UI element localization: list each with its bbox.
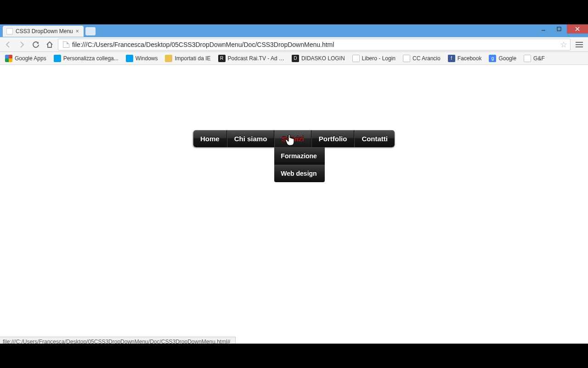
new-tab-button[interactable] (85, 27, 96, 35)
nav-link[interactable]: Home (193, 130, 227, 147)
bookmark-icon (126, 55, 133, 62)
bookmark-label: CC Arancio (413, 55, 441, 62)
letterbox-top (0, 0, 588, 24)
bookmark-icon (54, 55, 61, 62)
minimize-button[interactable] (536, 24, 551, 34)
bookmark-label: Windows (136, 55, 158, 62)
bookmark-item[interactable]: Personalizza collega... (51, 54, 122, 63)
submenu-link[interactable]: Web design (274, 165, 325, 182)
maximize-button[interactable] (551, 24, 567, 34)
bookmark-label: G&F (533, 55, 545, 62)
submenu-item: Formazione (274, 147, 325, 165)
page-icon (403, 55, 410, 62)
bookmark-item[interactable]: Windows (123, 54, 161, 63)
reload-button[interactable] (30, 39, 41, 50)
back-button[interactable] (3, 39, 14, 50)
page-icon (352, 55, 360, 62)
bookmark-label: DIDASKO LOGIN (301, 55, 345, 62)
bookmark-item[interactable]: Importati da IE (162, 54, 214, 63)
page-favicon-icon (6, 28, 13, 34)
bookmark-item[interactable]: G&F (520, 54, 548, 63)
tab-strip: CSS3 DropDown Menu × (0, 24, 588, 37)
nav-item-contatti: Contatti (354, 130, 395, 147)
letterbox-bottom (0, 344, 588, 368)
nav-link[interactable]: Servizi (274, 130, 311, 147)
bookmark-label: Personalizza collega... (63, 55, 119, 62)
bookmark-apps[interactable]: Google Apps (2, 54, 50, 63)
nav-item-servizi: Servizi Formazione Web design (274, 130, 311, 147)
file-icon (63, 41, 69, 48)
url-text: file:///C:/Users/Francesca/Desktop/05CSS… (72, 41, 334, 48)
bookmark-icon: D (292, 55, 299, 62)
bookmark-item[interactable]: f Facebook (445, 54, 485, 63)
bookmark-label: Podcast Rai.TV - Ad … (228, 55, 284, 62)
bookmark-item[interactable]: Libero - Login (349, 54, 399, 63)
bookmark-label: Libero - Login (362, 55, 396, 62)
submenu-link[interactable]: Formazione (274, 147, 325, 165)
folder-icon (165, 55, 172, 62)
submenu-servizi: Formazione Web design (274, 147, 325, 182)
google-icon: g (489, 55, 496, 62)
bookmark-item[interactable]: g Google (486, 54, 520, 63)
bookmark-item[interactable]: CC Arancio (400, 54, 444, 63)
bookmark-label: Google Apps (15, 55, 46, 62)
bookmark-label: Google (498, 55, 516, 62)
chrome-menu-button[interactable] (573, 39, 585, 50)
nav-link[interactable]: Contatti (354, 130, 395, 147)
nav-link[interactable]: Portfolio (311, 130, 355, 147)
nav-item-chi-siamo: Chi siamo (227, 130, 275, 147)
bookmark-item[interactable]: D DIDASKO LOGIN (288, 54, 348, 63)
bookmark-icon: R (218, 55, 226, 62)
main-nav: Home Chi siamo Servizi Formazione Web de… (193, 130, 395, 147)
bookmark-star-icon[interactable]: ☆ (560, 40, 567, 50)
tab-title: CSS3 DropDown Menu (16, 28, 73, 34)
browser-window: CSS3 DropDown Menu × (0, 24, 588, 346)
apps-icon (5, 55, 12, 62)
forward-button[interactable] (17, 39, 28, 50)
bookmark-label: Facebook (458, 55, 482, 62)
page-viewport: Home Chi siamo Servizi Formazione Web de… (0, 65, 588, 346)
svg-rect-1 (557, 27, 561, 31)
bookmarks-bar: Google Apps Personalizza collega... Wind… (0, 52, 588, 65)
browser-tab[interactable]: CSS3 DropDown Menu × (3, 26, 84, 37)
nav-link[interactable]: Chi siamo (227, 130, 275, 147)
window-controls (536, 24, 588, 34)
nav-item-portfolio: Portfolio (311, 130, 355, 147)
nav-item-home: Home (193, 130, 227, 147)
close-window-button[interactable] (567, 24, 588, 34)
address-bar[interactable]: file:///C:/Users/Francesca/Desktop/05CSS… (58, 39, 571, 51)
home-button[interactable] (44, 39, 55, 50)
bookmark-item[interactable]: R Podcast Rai.TV - Ad … (215, 54, 288, 63)
facebook-icon: f (448, 55, 455, 62)
page-icon (524, 55, 531, 62)
close-tab-icon[interactable]: × (76, 28, 79, 34)
bookmark-label: Importati da IE (175, 55, 210, 62)
submenu-item: Web design (274, 165, 325, 182)
browser-toolbar: file:///C:/Users/Francesca/Desktop/05CSS… (0, 37, 588, 52)
